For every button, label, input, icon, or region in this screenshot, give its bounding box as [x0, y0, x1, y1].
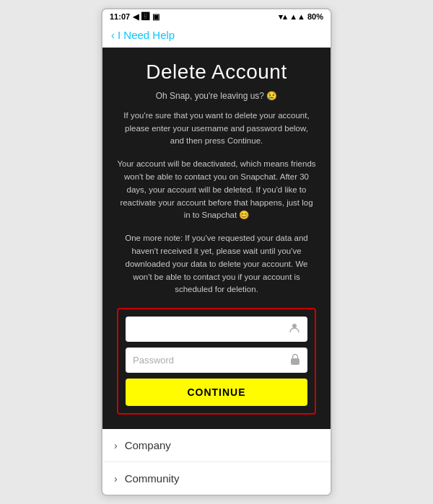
community-label: Community — [125, 472, 180, 485]
nav-bar: ‹ I Need Help — [102, 25, 331, 48]
community-list-item[interactable]: › Community — [102, 462, 331, 495]
back-button[interactable]: ‹ I Need Help — [111, 29, 322, 41]
wifi-icon: ▾▴ — [279, 12, 287, 22]
page-title: Delete Account — [117, 61, 316, 84]
bottom-section: › Company › Community — [102, 429, 331, 495]
bluetooth-icon: 🅱 — [141, 12, 149, 21]
time-display: 11:07 — [110, 12, 130, 21]
svg-point-0 — [292, 324, 297, 328]
description-2: Your account will be deactivated, which … — [117, 158, 316, 222]
notification-icon: ▣ — [152, 12, 159, 22]
description-1: If you're sure that you want to delete y… — [117, 110, 316, 148]
signal-bars: ▲▲ — [289, 12, 305, 21]
battery-display: 80% — [307, 12, 323, 21]
company-label: Company — [125, 439, 171, 451]
chevron-right-icon: › — [114, 440, 118, 451]
back-label: I Need Help — [118, 29, 175, 41]
subtitle-text: Oh Snap, you're leaving us? 😢 — [117, 91, 316, 101]
continue-button[interactable]: CONTINUE — [126, 379, 307, 406]
app-content: Delete Account Oh Snap, you're leaving u… — [102, 48, 331, 430]
phone-frame: 11:07 ◀ 🅱 ▣ ▾▴ ▲▲ 80% ‹ I Need Help Dele… — [101, 8, 332, 497]
password-input[interactable] — [133, 355, 286, 366]
lock-icon — [290, 353, 300, 367]
signal-icon: ◀ — [133, 12, 139, 22]
username-input-wrapper — [126, 317, 307, 342]
svg-rect-1 — [291, 358, 299, 365]
description-3: One more note: If you've requested your … — [117, 232, 316, 296]
status-bar: 11:07 ◀ 🅱 ▣ ▾▴ ▲▲ 80% — [102, 9, 331, 25]
chevron-right-icon-2: › — [114, 473, 118, 485]
status-indicators: ▾▴ ▲▲ 80% — [279, 12, 323, 22]
form-section: CONTINUE — [117, 308, 316, 415]
username-input[interactable] — [133, 324, 284, 335]
status-time: 11:07 ◀ 🅱 ▣ — [110, 12, 159, 22]
company-list-item[interactable]: › Company — [102, 429, 331, 462]
user-icon — [289, 322, 300, 336]
password-input-wrapper — [126, 348, 307, 373]
back-chevron-icon: ‹ — [111, 29, 115, 41]
